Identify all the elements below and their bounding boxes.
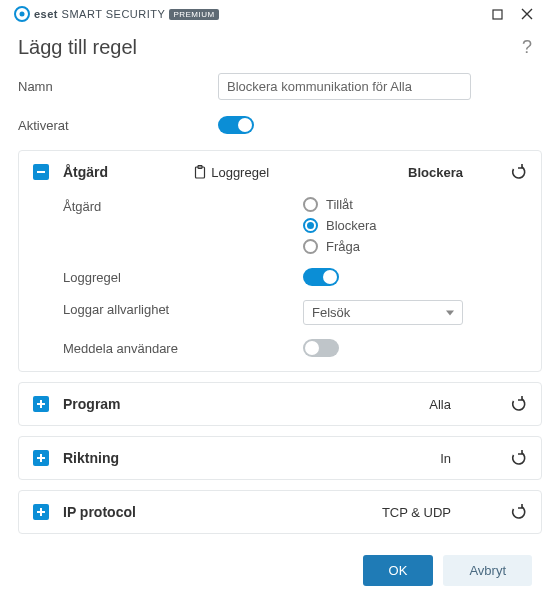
panel-direction: Riktning In (18, 436, 542, 480)
logrule-toggle[interactable] (303, 268, 339, 286)
svg-rect-11 (37, 511, 45, 513)
brand-text: eset SMART SECURITY (34, 8, 165, 20)
svg-rect-7 (37, 403, 45, 405)
panel-protocol: IP protocol TCP & UDP (18, 490, 542, 534)
panel-program-header[interactable]: Program Alla (19, 383, 541, 425)
notify-label: Meddela användare (63, 339, 303, 356)
action-label: Åtgärd (63, 197, 303, 214)
panel-action-summary: Loggregel (193, 165, 269, 180)
reset-protocol-button[interactable] (509, 503, 527, 521)
panel-program: Program Alla (18, 382, 542, 426)
panel-direction-header[interactable]: Riktning In (19, 437, 541, 479)
clipboard-icon (193, 165, 207, 179)
reset-direction-button[interactable] (509, 449, 527, 467)
enabled-label: Aktiverat (18, 118, 218, 133)
maximize-button[interactable] (490, 7, 504, 21)
reset-action-button[interactable] (509, 163, 527, 181)
panel-action-title: Åtgärd (63, 164, 108, 180)
name-label: Namn (18, 79, 218, 94)
page-title: Lägg till regel (18, 36, 137, 59)
panel-action: Åtgärd Loggregel Blockera Åtgärd Tillåt … (18, 150, 542, 372)
svg-rect-3 (37, 171, 45, 173)
expand-icon (33, 450, 49, 466)
cancel-button[interactable]: Avbryt (443, 555, 532, 586)
panel-direction-title: Riktning (63, 450, 119, 466)
enabled-toggle[interactable] (218, 116, 254, 134)
expand-icon (33, 396, 49, 412)
panel-action-value: Blockera (408, 165, 463, 180)
panel-protocol-header[interactable]: IP protocol TCP & UDP (19, 491, 541, 533)
svg-rect-9 (37, 457, 45, 459)
help-button[interactable]: ? (522, 37, 532, 58)
radio-block[interactable]: Blockera (303, 218, 377, 233)
panel-program-value: Alla (429, 397, 451, 412)
severity-select[interactable]: Felsök (303, 300, 463, 325)
radio-allow[interactable]: Tillåt (303, 197, 377, 212)
panel-protocol-value: TCP & UDP (382, 505, 451, 520)
radio-ask[interactable]: Fråga (303, 239, 377, 254)
panel-protocol-title: IP protocol (63, 504, 136, 520)
collapse-icon (33, 164, 49, 180)
app-logo: eset SMART SECURITY PREMIUM (14, 6, 219, 22)
svg-point-1 (20, 12, 25, 17)
notify-toggle[interactable] (303, 339, 339, 357)
severity-label: Loggar allvarlighet (63, 300, 303, 317)
premium-badge: PREMIUM (169, 9, 218, 20)
expand-icon (33, 504, 49, 520)
reset-program-button[interactable] (509, 395, 527, 413)
rule-name-input[interactable] (218, 73, 471, 100)
svg-rect-2 (493, 10, 502, 19)
ok-button[interactable]: OK (363, 555, 434, 586)
logrule-label: Loggregel (63, 268, 303, 285)
panel-direction-value: In (440, 451, 451, 466)
panel-program-title: Program (63, 396, 121, 412)
panel-action-header[interactable]: Åtgärd Loggregel Blockera (19, 151, 541, 193)
close-button[interactable] (520, 7, 534, 21)
